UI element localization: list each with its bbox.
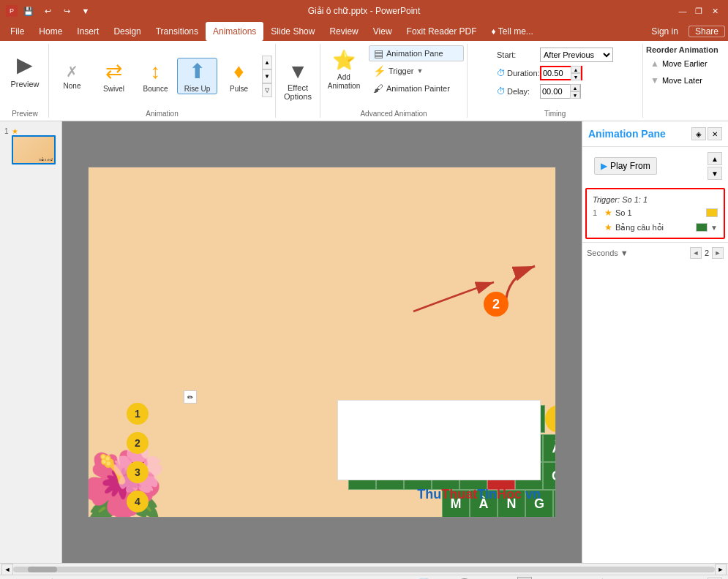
anim-pane-pin[interactable]: ◈ — [691, 127, 706, 140]
animation-pane-button[interactable]: ▤ Animation Pane — [369, 45, 464, 61]
arrow-annotation: 2 — [462, 262, 549, 322]
menu-tell-me[interactable]: ♦ Tell me... — [484, 22, 541, 41]
slide-sorter-btn[interactable]: ⊟ — [549, 577, 564, 580]
anim-item-dropdown[interactable]: ▼ — [710, 224, 718, 232]
slide-panel: 1 ★ Giải ô chữ — [0, 121, 62, 563]
anim-bounce-btn[interactable]: ↕ Bounce — [135, 58, 176, 94]
reading-view-btn[interactable]: 📖 — [566, 577, 580, 580]
sign-in-button[interactable]: Sign in — [644, 26, 686, 37]
menu-review[interactable]: Review — [322, 22, 365, 41]
anim-list-down[interactable]: ▼ — [708, 167, 722, 180]
delay-spin-up[interactable]: ▲ — [570, 84, 580, 91]
menu-insert[interactable]: Insert — [70, 22, 106, 41]
title-left: P 💾 ↩ ↪ ▼ — [6, 3, 94, 19]
menu-view[interactable]: View — [366, 22, 399, 41]
duration-input[interactable] — [541, 69, 571, 77]
minimize-button[interactable]: — — [675, 4, 690, 18]
slide-number: 1 — [4, 127, 9, 135]
undo-button[interactable]: ↩ — [40, 3, 56, 19]
delay-row: ⏱ Delay: ▲ ▼ — [497, 83, 581, 99]
save-button[interactable]: 💾 — [20, 3, 37, 19]
scroll-left-btn[interactable]: ◄ — [1, 564, 13, 575]
number-badge-1: 1 — [545, 405, 556, 433]
window-controls: — ❐ ✕ — [675, 4, 722, 18]
canvas-area[interactable]: 🌺 🌸 1 2 3 4 5 T H Ự 1 V Ậ T — [62, 121, 582, 563]
num-3: 3 — [127, 461, 149, 483]
horizontal-scrollbar[interactable]: ◄ ► — [0, 563, 728, 575]
anim-item-bang-cau-hoi[interactable]: ★ Bảng câu hỏi ▼ — [590, 220, 721, 235]
seconds-label[interactable]: Seconds ▼ — [587, 249, 628, 257]
main-area: 1 ★ Giải ô chữ 🌺 🌸 1 2 3 4 5 — [0, 121, 728, 563]
anim-scroll-more[interactable]: ▽ — [262, 83, 272, 97]
menu-foxit[interactable]: Foxit Reader PDF — [399, 22, 484, 41]
anim-item-so1-label: So 1 — [615, 208, 703, 217]
menu-design[interactable]: Design — [106, 22, 148, 41]
edit-icon-1[interactable]: ✏ — [184, 390, 197, 404]
delay-input[interactable] — [541, 87, 570, 96]
duration-spin-up[interactable]: ▲ — [571, 66, 581, 73]
delay-spin-down[interactable]: ▼ — [570, 91, 580, 99]
animation-painter-button[interactable]: 🖌 Animation Painter — [369, 80, 464, 96]
num-4: 4 — [127, 491, 149, 512]
menu-file[interactable]: File — [3, 22, 31, 41]
anim-scroll-up[interactable]: ▲ — [262, 56, 272, 69]
duration-row: ⏱ Duration: ▲ ▼ — [497, 65, 582, 81]
trigger-label: Trigger — [389, 67, 413, 75]
anim-pane-close[interactable]: ✕ — [708, 127, 722, 140]
anim-none-btn[interactable]: ✗ None — [52, 58, 92, 94]
add-animation-button[interactable]: ⭐ AddAnimation — [323, 44, 364, 95]
duration-input-group: ▲ ▼ — [540, 66, 582, 80]
preview-button[interactable]: ▶ Preview — [4, 44, 45, 96]
slide-thumbnail[interactable]: 1 ★ Giải ô chữ — [3, 126, 59, 166]
delay-clock-icon: ⏱ — [497, 86, 506, 96]
preview-group-label: Preview — [9, 110, 41, 118]
anim-pulse-btn[interactable]: ♦ Pulse — [219, 58, 259, 94]
play-from-label: Play From — [610, 161, 650, 171]
menu-home[interactable]: Home — [31, 22, 70, 41]
slideshow-view-btn[interactable]: ▶ — [582, 577, 596, 580]
page-next-button[interactable]: ► — [712, 247, 724, 259]
scroll-right-btn[interactable]: ► — [715, 564, 727, 575]
duration-label: Duration: — [507, 69, 540, 77]
effect-options-button[interactable]: ▼ EffectOptions — [279, 55, 317, 106]
anim-swivel-btn[interactable]: ⇄ Swivel — [94, 58, 134, 94]
start-select[interactable]: After Previous On Click With Previous — [540, 48, 613, 62]
trigger-button[interactable]: ⚡ Trigger ▼ — [369, 63, 464, 79]
scroll-thumb[interactable] — [28, 567, 57, 572]
play-from-button[interactable]: ▶ Play From — [594, 157, 657, 175]
duration-spin-down[interactable]: ▼ — [571, 73, 581, 80]
anim-list-up[interactable]: ▲ — [708, 152, 722, 165]
menu-transitions[interactable]: Transitions — [149, 22, 206, 41]
anim-rise-up-btn[interactable]: ⬆ Rise Up — [177, 58, 217, 94]
timing-group: Start: After Previous On Click With Prev… — [468, 44, 643, 118]
anim-item-so1[interactable]: 1 ★ So 1 — [590, 205, 721, 220]
animation-group-label: Animation — [143, 110, 181, 118]
animation-pane-title: Animation Pane — [588, 128, 666, 140]
restore-button[interactable]: ❐ — [691, 4, 706, 18]
share-button[interactable]: Share — [688, 26, 725, 37]
title-bar: P 💾 ↩ ↪ ▼ Giải ô chữ.pptx - PowerPoint —… — [0, 0, 728, 22]
move-earlier-label: Move Earlier — [662, 59, 708, 68]
page-prev-button[interactable]: ◄ — [690, 247, 702, 259]
move-earlier-button[interactable]: ▲ Move Earlier — [646, 56, 712, 72]
animation-pane: Animation Pane ◈ ✕ ▶ Play From ▲ ▼ Trigg… — [582, 121, 728, 563]
close-button[interactable]: ✕ — [708, 4, 722, 18]
preview-icon: ▶ — [17, 53, 33, 77]
normal-view-btn[interactable]: ▤ — [517, 577, 532, 580]
animation-pane-header: Animation Pane ◈ ✕ — [582, 121, 728, 147]
menu-slideshow[interactable]: Slide Show — [263, 22, 322, 41]
answer-box[interactable] — [337, 400, 541, 480]
anim-scroll-down[interactable]: ▼ — [262, 69, 272, 83]
customize-qat-button[interactable]: ▼ — [78, 3, 94, 19]
outline-view-btn[interactable]: ⊞ — [533, 577, 548, 580]
page-number: 2 — [705, 249, 709, 257]
app-icon: P — [6, 5, 18, 17]
move-later-button[interactable]: ▼ Move Later — [646, 72, 712, 88]
menu-animations[interactable]: Animations — [206, 22, 263, 41]
anim-item-so1-color — [706, 208, 718, 217]
scroll-track — [13, 567, 715, 572]
redo-button[interactable]: ↪ — [59, 3, 75, 19]
window-title: Giải ô chữ.pptx - PowerPoint — [308, 6, 421, 16]
animation-pane-label: Animation Pane — [386, 49, 443, 58]
animation-list-border: Trigger: So 1: 1 1 ★ So 1 ★ Bảng câu hỏi… — [585, 188, 725, 239]
